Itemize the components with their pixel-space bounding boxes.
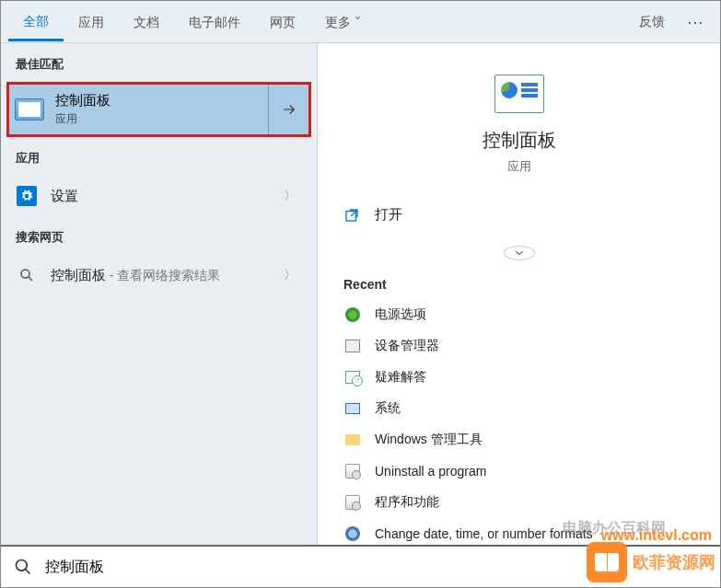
tab-all[interactable]: 全部 (8, 3, 64, 41)
settings-item[interactable]: 设置 〉 (1, 176, 317, 216)
results-pane: 最佳匹配 控制面板 应用 应用 设置 〉 搜索网页 控制面板 - (1, 43, 318, 545)
tab-web[interactable]: 网页 (255, 4, 310, 40)
apps-header: 应用 (1, 137, 317, 176)
svg-point-2 (17, 560, 28, 571)
system-icon (343, 399, 362, 418)
search-icon (16, 264, 38, 286)
recent-item-device-manager[interactable]: 设备管理器 (334, 330, 704, 362)
gear-icon (17, 186, 37, 206)
web-search-term: 控制面板 (51, 267, 106, 282)
web-header: 搜索网页 (1, 216, 317, 255)
search-icon (14, 558, 32, 576)
web-search-item[interactable]: 控制面板 - 查看网络搜索结果 〉 (1, 255, 317, 295)
best-match-header: 最佳匹配 (1, 43, 317, 82)
tab-apps[interactable]: 应用 (64, 4, 119, 40)
best-match-title: 控制面板 (55, 92, 268, 110)
device-icon (343, 337, 362, 355)
recent-item-uninstall[interactable]: Uninstall a program (334, 455, 704, 487)
best-match-subtitle: 应用 (55, 111, 268, 127)
globe-clock-icon (343, 525, 362, 543)
best-match-expand[interactable] (268, 85, 308, 134)
arrow-right-icon (281, 101, 297, 118)
recent-item-admin-tools[interactable]: Windows 管理工具 (334, 424, 704, 455)
settings-label: 设置 (51, 188, 284, 205)
search-tabs: 全部 应用 文档 电子邮件 网页 更多 ˅ 反馈 ⋯ (1, 1, 720, 43)
more-options-icon[interactable]: ⋯ (678, 1, 713, 43)
uninstall-icon (343, 462, 362, 480)
preview-subtitle: 应用 (507, 158, 531, 175)
preview-title: 控制面板 (483, 128, 556, 153)
best-match-item[interactable]: 控制面板 应用 (6, 82, 311, 137)
search-bar (1, 545, 720, 587)
recent-item-troubleshoot[interactable]: 疑难解答 (334, 362, 704, 393)
feedback-link[interactable]: 反馈 (626, 3, 678, 41)
power-icon (343, 306, 362, 324)
preview-pane: 控制面板 应用 打开 Recent 电源选项 设备管理器 疑难解答 系统 Win… (318, 43, 720, 545)
expand-toggle[interactable] (504, 246, 535, 260)
recent-header: Recent (318, 268, 720, 299)
tab-email[interactable]: 电子邮件 (174, 4, 255, 40)
chevron-down-icon: ˅ (355, 15, 361, 29)
recent-item-system[interactable]: 系统 (334, 393, 704, 424)
control-panel-large-icon (494, 75, 544, 113)
open-icon (343, 207, 360, 224)
chevron-right-icon: 〉 (284, 188, 302, 204)
recent-item-power[interactable]: 电源选项 (334, 299, 704, 330)
recent-item-programs[interactable]: 程序和功能 (334, 487, 704, 518)
search-input[interactable] (45, 559, 707, 575)
tab-more[interactable]: 更多 ˅ (310, 4, 376, 40)
tab-documents[interactable]: 文档 (119, 4, 174, 40)
web-search-suffix: - 查看网络搜索结果 (106, 268, 220, 282)
svg-point-0 (21, 270, 29, 278)
folder-icon (343, 431, 362, 449)
control-panel-icon (15, 98, 44, 121)
chevron-down-icon (513, 247, 526, 259)
programs-icon (343, 493, 362, 512)
chevron-right-icon: 〉 (284, 267, 302, 283)
watermark-url: www.intevl.com (601, 527, 712, 544)
open-action[interactable]: 打开 (343, 201, 694, 229)
troubleshoot-icon (343, 368, 362, 386)
